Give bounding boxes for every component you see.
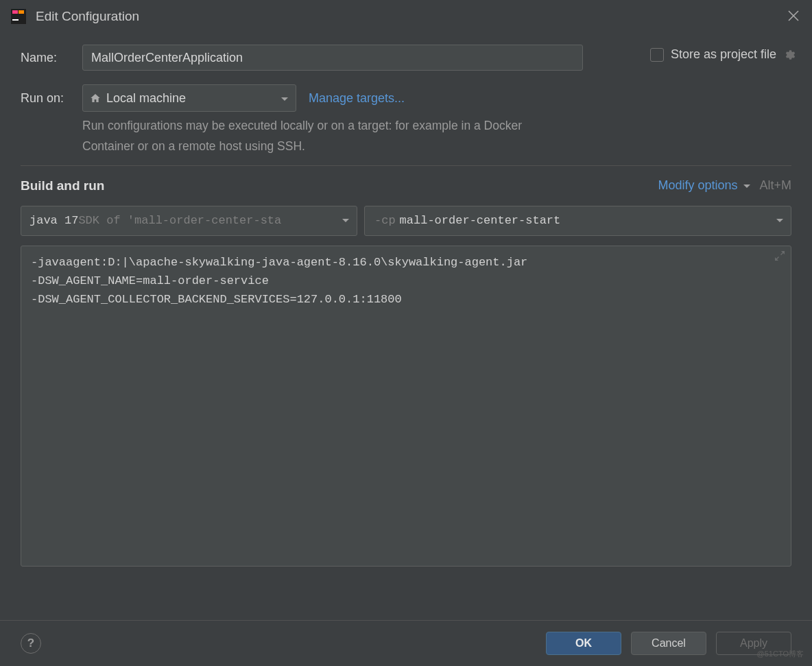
store-checkbox[interactable] — [650, 48, 664, 62]
cp-prefix: -cp — [374, 214, 396, 227]
sdk-suffix: SDK of 'mall-order-center-sta — [78, 214, 281, 227]
sdk-row: java 17 SDK of 'mall-order-center-sta -c… — [21, 206, 791, 236]
cancel-button[interactable]: Cancel — [631, 632, 706, 655]
runon-help-text: Run configurations may be executed local… — [82, 116, 562, 157]
name-label: Name: — [21, 51, 82, 65]
runon-value: Local machine — [106, 91, 186, 106]
modify-shortcut: Alt+M — [759, 178, 791, 193]
footer: ? OK Cancel Apply — [0, 620, 812, 666]
runon-dropdown[interactable]: Local machine — [82, 84, 296, 112]
classpath-dropdown[interactable]: -cp mall-order-center-start — [364, 206, 791, 236]
runon-row: Run on: Local machine Manage targets... — [21, 84, 791, 112]
chevron-down-icon — [280, 91, 289, 106]
chevron-down-icon — [743, 178, 751, 193]
help-button[interactable]: ? — [21, 633, 41, 654]
vm-options-wrap — [21, 246, 791, 569]
vm-options-input[interactable] — [21, 246, 791, 567]
chevron-down-icon — [342, 214, 350, 227]
window-title: Edit Configuration — [36, 9, 139, 24]
app-icon — [11, 9, 26, 24]
title-bar: Edit Configuration — [0, 0, 812, 32]
sdk-dropdown[interactable]: java 17 SDK of 'mall-order-center-sta — [21, 206, 357, 236]
close-icon[interactable] — [787, 10, 800, 22]
svg-rect-1 — [12, 10, 18, 14]
home-icon — [90, 93, 101, 104]
footer-buttons: OK Cancel Apply — [546, 632, 791, 655]
build-title: Build and run — [21, 178, 104, 193]
apply-button[interactable]: Apply — [716, 632, 791, 655]
svg-rect-3 — [12, 19, 19, 21]
modify-options-link[interactable]: Modify options — [658, 178, 751, 193]
store-label: Store as project file — [671, 47, 776, 62]
cp-value: mall-order-center-start — [400, 214, 561, 227]
expand-icon[interactable] — [775, 251, 785, 261]
form-area: Name: Store as project file Run on: Loca… — [0, 32, 812, 569]
svg-rect-2 — [19, 10, 24, 14]
store-block: Store as project file — [650, 47, 796, 62]
runon-label: Run on: — [21, 91, 82, 106]
chevron-down-icon — [776, 214, 784, 227]
divider — [21, 165, 791, 166]
gear-icon[interactable] — [783, 49, 796, 61]
sdk-prefix: java 17 — [29, 214, 78, 227]
manage-targets-link[interactable]: Manage targets... — [309, 91, 405, 106]
ok-button[interactable]: OK — [546, 632, 621, 655]
name-input[interactable] — [82, 45, 583, 71]
name-row: Name: Store as project file — [21, 45, 791, 71]
build-header: Build and run Modify options Alt+M — [21, 178, 791, 193]
modify-label: Modify options — [658, 178, 737, 193]
